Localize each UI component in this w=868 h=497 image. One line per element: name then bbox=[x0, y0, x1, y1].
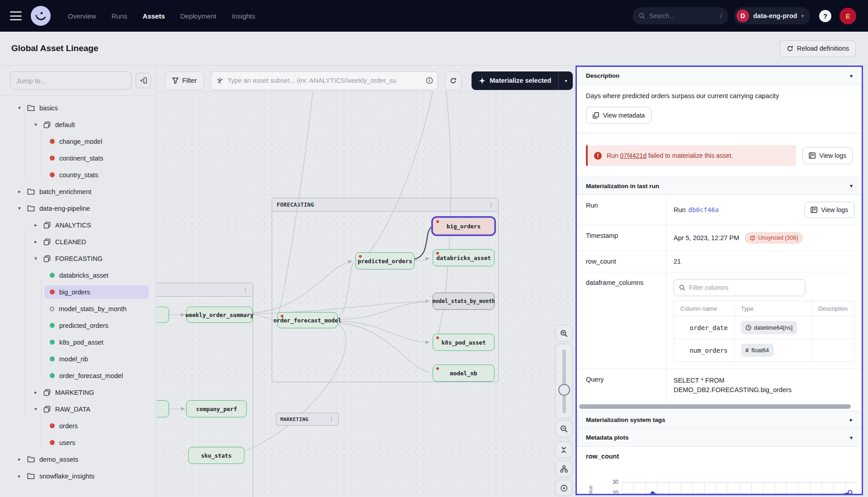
layout-tree-button[interactable] bbox=[555, 461, 572, 477]
tree-item-continent-stats[interactable]: continent_stats bbox=[0, 150, 156, 166]
run-id-link[interactable]: db0cf46a bbox=[689, 206, 719, 213]
asset-node-model-nb[interactable]: model_nb bbox=[433, 364, 495, 382]
tree-item-users[interactable]: users bbox=[0, 434, 156, 451]
asset-node-predicted-orders[interactable]: predicted_orders bbox=[355, 252, 415, 270]
asset-node-model-stats-by-month[interactable]: model_stats_by_month bbox=[433, 293, 495, 310]
lineage-canvas[interactable]: ⋮ FORECASTING⋮ MARKETING⋮ bbox=[157, 66, 576, 497]
asset-node-big-orders-selected[interactable]: big_orders bbox=[433, 218, 495, 235]
folder-icon bbox=[27, 104, 35, 111]
metadata-plot-block: row_count Value 30 20 10 bbox=[577, 447, 862, 495]
tree-item-order-forecast-model[interactable]: order_forecast_model bbox=[0, 367, 156, 384]
global-search-input[interactable]: Search... / bbox=[632, 7, 728, 24]
tree-item-data-eng-pipeline[interactable]: ▾data-eng-pipeline bbox=[0, 200, 156, 217]
nav-item-runs[interactable]: Runs bbox=[112, 12, 127, 20]
tree-item-big-orders-selected[interactable]: big_orders bbox=[0, 284, 156, 300]
zoom-slider-handle[interactable] bbox=[558, 384, 570, 396]
tree-item-snowflake-insights[interactable]: ▸snowflake_insights bbox=[0, 468, 156, 484]
asset-node-sku-stats[interactable]: sku_stats bbox=[188, 447, 245, 464]
tree-item-default[interactable]: ▾default bbox=[0, 116, 156, 133]
asset-node-partial[interactable] bbox=[157, 307, 169, 323]
asset-subset-input[interactable]: Type an asset subset... (ex: ANALYTICS/w… bbox=[211, 71, 438, 90]
scrollbar-thumb[interactable] bbox=[579, 404, 851, 409]
tree-item-predicted-orders[interactable]: predicted_orders bbox=[0, 317, 156, 334]
zoom-slider-track[interactable] bbox=[562, 350, 566, 413]
panel-collapse-icon bbox=[140, 77, 147, 84]
tree-item-orders[interactable]: orders bbox=[0, 417, 156, 434]
group-box-marketing[interactable]: MARKETING⋮ bbox=[276, 413, 339, 426]
caret-right-icon[interactable]: ▸ bbox=[33, 222, 39, 228]
panel-horizontal-scrollbar[interactable] bbox=[579, 404, 859, 409]
zoom-controls bbox=[555, 325, 572, 496]
view-logs-button[interactable]: View logs bbox=[804, 202, 854, 218]
asset-node-databricks-asset[interactable]: databricks_asset bbox=[433, 249, 495, 266]
tree-item-basics[interactable]: ▾basics bbox=[0, 99, 156, 116]
unsynced-badge[interactable]: Unsynced (308) bbox=[745, 232, 803, 244]
tree-item-model-stats-by-month[interactable]: model_stats_by_month bbox=[0, 300, 156, 317]
caret-down-icon[interactable]: ▾ bbox=[16, 105, 23, 111]
tree-item-country-stats[interactable]: country_stats bbox=[0, 166, 156, 183]
caret-right-icon[interactable]: ▸ bbox=[16, 189, 23, 194]
asset-node-order-forecast-model[interactable]: order_forecast_model bbox=[277, 312, 338, 328]
jump-to-input[interactable] bbox=[10, 71, 132, 90]
materialize-selected-button[interactable]: Materialize selected ▾ bbox=[472, 71, 573, 90]
tree-item-k8s-pod-asset[interactable]: k8s_pod_asset bbox=[0, 334, 156, 350]
asset-node-company-perf[interactable]: company_perf bbox=[186, 400, 247, 417]
caret-down-icon[interactable]: ▾ bbox=[33, 256, 39, 261]
materialization-section-header[interactable]: Materialization in last run ▾ bbox=[577, 177, 862, 195]
tree-item-analytics[interactable]: ▸ANALYTICS bbox=[0, 217, 156, 233]
recenter-button[interactable] bbox=[555, 480, 572, 496]
filter-columns-input[interactable]: Filter columns bbox=[674, 279, 806, 296]
group-menu-icon[interactable]: ⋮ bbox=[329, 416, 334, 422]
zoom-out-button[interactable] bbox=[555, 420, 572, 437]
description-section-header[interactable]: Description ▾ bbox=[577, 67, 862, 85]
error-icon: ! bbox=[594, 152, 602, 160]
asset-node-k8s-pod-asset[interactable]: k8s_pod_asset bbox=[433, 334, 495, 351]
collapse-groups-button[interactable] bbox=[555, 442, 572, 458]
tree-item-model-nb[interactable]: model_nb bbox=[0, 350, 156, 367]
metadata-plots-section-header[interactable]: Metadata plots ▾ bbox=[577, 429, 862, 447]
tree-item-forecasting[interactable]: ▾FORECASTING bbox=[0, 250, 156, 267]
refresh-graph-button[interactable] bbox=[445, 71, 462, 90]
tree-item-marketing[interactable]: ▸MARKETING bbox=[0, 384, 156, 401]
zoom-in-button[interactable] bbox=[555, 325, 572, 342]
nav-item-overview[interactable]: Overview bbox=[68, 12, 96, 20]
view-metadata-button[interactable]: View metadata bbox=[586, 107, 651, 124]
dagster-logo-icon[interactable] bbox=[31, 6, 51, 26]
tree-item-batch-enrichment[interactable]: ▸batch_enrichment bbox=[0, 183, 156, 200]
tree-item-raw-data[interactable]: ▾RAW_DATA bbox=[0, 401, 156, 417]
caret-down-icon[interactable]: ▾ bbox=[33, 122, 39, 128]
collapse-sidebar-button[interactable] bbox=[136, 73, 151, 88]
materialize-dropdown-button[interactable]: ▾ bbox=[558, 71, 573, 90]
group-icon bbox=[43, 222, 51, 229]
nav-item-assets[interactable]: Assets bbox=[143, 12, 165, 20]
tree-item-change-model[interactable]: change_model bbox=[0, 133, 156, 150]
filter-button[interactable]: Filter bbox=[165, 71, 204, 90]
asset-node-partial[interactable] bbox=[157, 400, 169, 417]
deployment-switcher[interactable]: D data-eng-prod ▾ bbox=[734, 7, 810, 24]
tree-item-databricks-asset[interactable]: databricks_asset bbox=[0, 267, 156, 284]
view-logs-button[interactable]: View logs bbox=[802, 147, 853, 164]
reload-definitions-button[interactable]: Reload definitions bbox=[780, 40, 856, 57]
group-icon bbox=[43, 255, 51, 262]
caret-down-icon[interactable]: ▾ bbox=[33, 406, 39, 412]
copy-icon bbox=[593, 112, 599, 119]
failed-run-link[interactable]: 07f4421d bbox=[620, 152, 646, 159]
caret-right-icon[interactable]: ▸ bbox=[16, 456, 23, 462]
status-dot-green bbox=[50, 273, 55, 278]
caret-right-icon[interactable]: ▸ bbox=[16, 473, 23, 479]
help-icon[interactable]: ? bbox=[819, 10, 831, 22]
tree-item-cleaned[interactable]: ▸CLEANED bbox=[0, 233, 156, 250]
system-tags-section-header[interactable]: Materialization system tags ▸ bbox=[577, 411, 862, 429]
zoom-slider[interactable] bbox=[555, 344, 572, 418]
nav-right: Search... / D data-eng-prod ▾ ? E bbox=[632, 7, 868, 24]
caret-right-icon[interactable]: ▸ bbox=[33, 389, 39, 395]
folder-icon bbox=[27, 456, 35, 463]
caret-down-icon[interactable]: ▾ bbox=[16, 205, 23, 211]
hamburger-menu-icon[interactable] bbox=[10, 11, 22, 20]
caret-right-icon[interactable]: ▸ bbox=[33, 239, 39, 245]
nav-item-deployment[interactable]: Deployment bbox=[180, 12, 217, 20]
tree-item-demo-assets[interactable]: ▸demo_assets bbox=[0, 451, 156, 468]
nav-item-insights[interactable]: Insights bbox=[232, 12, 255, 20]
asset-node-weekly-order-summary[interactable]: weekly_order_summary bbox=[186, 307, 253, 323]
user-avatar[interactable]: E bbox=[840, 8, 856, 24]
